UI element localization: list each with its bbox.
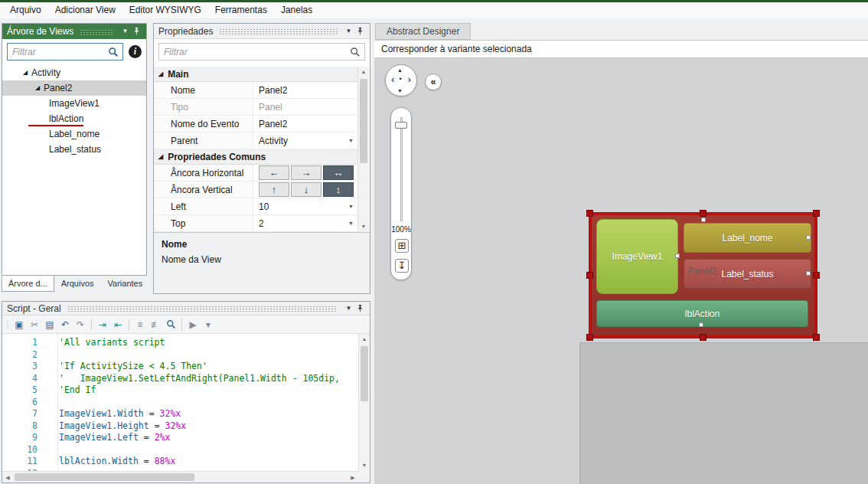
property-value[interactable]: Panel2 xyxy=(253,82,357,98)
tree-filter-input[interactable] xyxy=(12,47,107,57)
designer-panel2[interactable]: ImageView1 Label_nome Label_status lblAc… xyxy=(589,212,817,338)
tab-arquivos[interactable]: Arquivos xyxy=(54,276,101,292)
dropdown-icon[interactable]: ▼ xyxy=(348,221,354,226)
resize-handle-top-left[interactable] xyxy=(586,210,593,217)
scroll-up-icon[interactable]: ▲ xyxy=(359,334,370,345)
property-value[interactable]: 2▼ xyxy=(253,215,357,231)
panel-menu-icon[interactable]: ▼ xyxy=(343,26,354,37)
run-icon[interactable]: ▶ xyxy=(186,318,200,332)
paste-icon[interactable]: ▤ xyxy=(43,318,57,332)
script-editor[interactable]: 1'All variants script 2 3'If ActivitySiz… xyxy=(2,334,358,471)
uncomment-icon[interactable]: ≢ xyxy=(148,318,162,332)
pan-right-icon[interactable]: › xyxy=(408,74,411,85)
dropdown-icon[interactable]: ▼ xyxy=(348,138,354,143)
line-number: 1 xyxy=(2,337,47,349)
resize-handle-mid-left[interactable] xyxy=(586,272,593,279)
line-number: 2 xyxy=(2,349,47,361)
scrollbar-thumb[interactable] xyxy=(361,346,368,401)
toolbar-separator xyxy=(129,319,129,330)
tree-filter-box[interactable] xyxy=(7,43,123,60)
panel-menu-icon[interactable]: ▼ xyxy=(119,26,131,37)
cut-icon[interactable]: ✂ xyxy=(28,318,41,332)
anchor-top-button[interactable]: ↑ xyxy=(259,182,289,197)
designer-canvas[interactable]: ‹ › ▴ ▾ • « 100% ⊞ ↧ ImageView1 Label_no… xyxy=(374,58,868,484)
pin-icon[interactable] xyxy=(354,303,366,314)
properties-filter-input[interactable] xyxy=(164,47,349,57)
anchor-both-button[interactable]: ↔ xyxy=(323,165,354,180)
scroll-left-icon[interactable]: ◀ xyxy=(2,472,13,482)
tree-item-activity[interactable]: ◢ Activity xyxy=(2,65,146,80)
scrollbar-thumb[interactable] xyxy=(360,79,367,163)
resize-handle-mid-right[interactable] xyxy=(813,272,820,279)
resize-handle-bottom-right[interactable] xyxy=(813,334,820,341)
expander-icon[interactable]: ◢ xyxy=(35,84,40,91)
expander-icon[interactable]: ◢ xyxy=(23,69,28,76)
collapse-tools-button[interactable]: « xyxy=(425,74,442,90)
property-row-nome: Nome Panel2 xyxy=(154,82,357,99)
menu-janelas[interactable]: Janelas xyxy=(274,2,319,18)
resize-handle-bottom-center[interactable] xyxy=(700,334,706,341)
pan-down-icon[interactable]: ▾ xyxy=(399,87,402,94)
scroll-up-icon[interactable]: ▲ xyxy=(358,67,369,77)
scrollbar-thumb[interactable] xyxy=(15,473,194,481)
property-value[interactable]: 10▼ xyxy=(253,198,357,214)
anchor-both-button[interactable]: ↕ xyxy=(323,182,354,197)
pin-icon[interactable] xyxy=(354,26,366,37)
menu-ferramentas[interactable]: Ferramentas xyxy=(208,2,274,18)
properties-filter-box[interactable] xyxy=(158,43,365,60)
zoom-slider-track[interactable] xyxy=(400,117,403,221)
designer-view-label-nome[interactable]: Label_nome xyxy=(684,223,811,253)
panel-menu-icon[interactable]: ▼ xyxy=(343,303,354,314)
zoom-fit-button[interactable]: ↧ xyxy=(395,259,409,273)
collapse-icon[interactable]: ◢ xyxy=(158,153,163,160)
tree-item-label-status[interactable]: Label_status xyxy=(2,142,146,157)
toolbar-more-icon[interactable]: ▾ xyxy=(201,318,215,332)
script-vertical-scrollbar[interactable]: ▲ ▼ xyxy=(358,334,370,471)
undo-icon[interactable]: ↶ xyxy=(58,318,72,332)
anchor-left-button[interactable]: ← xyxy=(259,165,289,180)
menu-arquivo[interactable]: Arquivo xyxy=(3,2,48,18)
section-main[interactable]: ◢ Main xyxy=(154,67,357,82)
designer-view-imageview1[interactable]: ImageView1 xyxy=(596,219,678,294)
tree-item-lblaction[interactable]: lblAction xyxy=(2,111,146,126)
pan-left-icon[interactable]: ‹ xyxy=(391,74,394,85)
tree-item-imageview1[interactable]: ImageView1 xyxy=(2,96,146,111)
search-icon[interactable] xyxy=(349,46,361,58)
section-comuns[interactable]: ◢ Propriedades Comuns xyxy=(154,149,357,165)
outdent-icon[interactable]: ⇤ xyxy=(111,318,125,332)
redo-icon[interactable]: ↷ xyxy=(73,318,87,332)
tab-arvore[interactable]: Árvore d... xyxy=(2,276,54,292)
dropdown-icon[interactable]: ▼ xyxy=(348,204,354,209)
scroll-down-icon[interactable]: ▼ xyxy=(359,460,370,471)
tab-variantes[interactable]: Variantes xyxy=(101,276,150,292)
menu-editor-wysiwyg[interactable]: Editor WYSIWYG xyxy=(122,2,208,18)
copy-icon[interactable]: ▣ xyxy=(12,318,26,332)
pin-icon[interactable] xyxy=(131,26,142,37)
collapse-icon[interactable]: ◢ xyxy=(158,70,163,77)
property-value[interactable]: Panel2 xyxy=(253,116,357,132)
search-icon[interactable] xyxy=(107,46,119,58)
info-icon[interactable]: i xyxy=(129,45,142,58)
comment-icon[interactable]: ≡ xyxy=(133,318,147,332)
zoom-grid-button[interactable]: ⊞ xyxy=(395,239,409,253)
resize-handle-bottom-left[interactable] xyxy=(586,334,593,341)
property-value[interactable]: Activity▼ xyxy=(253,132,357,149)
find-icon[interactable] xyxy=(164,318,178,332)
scroll-right-icon[interactable]: ▶ xyxy=(348,472,358,482)
resize-handle-top-right[interactable] xyxy=(813,210,820,217)
scroll-down-icon[interactable]: ▼ xyxy=(358,221,369,232)
pan-up-icon[interactable]: ▴ xyxy=(399,67,402,74)
tab-abstract-designer[interactable]: Abstract Designer xyxy=(375,23,471,40)
tree-item-panel2[interactable]: ◢ Panel2 xyxy=(2,80,146,96)
anchor-bottom-button[interactable]: ↓ xyxy=(291,182,321,197)
zoom-slider-thumb[interactable] xyxy=(395,122,407,129)
menu-adicionar-view[interactable]: Adicionar View xyxy=(48,2,122,18)
pan-center-icon: • xyxy=(400,75,402,83)
script-horizontal-scrollbar[interactable]: ◀ ▶ xyxy=(2,471,358,482)
tree-item-label-nome[interactable]: Label_nome xyxy=(2,126,146,142)
designer-view-label-status[interactable]: Label_status xyxy=(684,259,811,289)
resize-handle-top-center[interactable] xyxy=(700,210,706,217)
anchor-right-button[interactable]: → xyxy=(291,165,321,180)
properties-scrollbar[interactable]: ▲ ▼ xyxy=(357,67,369,232)
indent-icon[interactable]: ⇥ xyxy=(96,318,109,332)
